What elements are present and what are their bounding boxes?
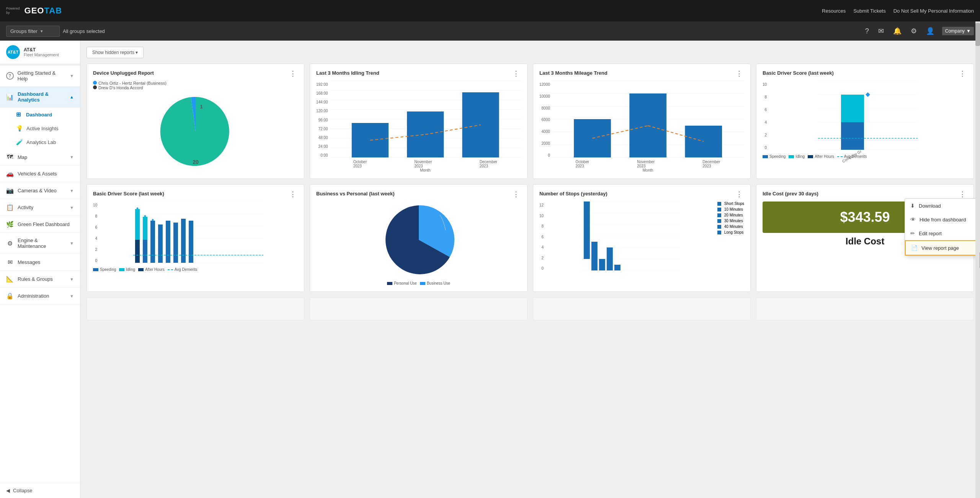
analytics-lab-label: Analytics Lab: [26, 139, 56, 145]
card-title-driver-1: Basic Driver Score (last week): [763, 70, 834, 76]
sidebar-item-messages[interactable]: ✉ Messages: [0, 254, 80, 271]
sidebar-collapse-btn[interactable]: ◀ Collapse: [0, 483, 80, 498]
hide-icon: 👁: [910, 216, 916, 223]
card-menu-idle-cost[interactable]: ⋮: [957, 191, 967, 198]
card-menu-driver-1[interactable]: ⋮: [957, 70, 967, 77]
sidebar: AT&T AT&T Fleet Management ? Getting Sta…: [0, 41, 80, 498]
card-title-idling: Last 3 Months Idling Trend: [316, 70, 379, 76]
svg-rect-24: [629, 93, 666, 157]
card-menu-device-unplugged[interactable]: ⋮: [288, 70, 298, 77]
main-content: Show hidden reports ▾ Device Unplugged R…: [80, 41, 980, 498]
getting-started-label: Getting Started & Help: [18, 70, 66, 82]
att-company-name: AT&T: [24, 47, 59, 52]
svg-rect-52: [166, 221, 170, 263]
card-header-mileage: Last 3 Months Mileage Trend ⋮: [539, 70, 744, 77]
bell-icon-btn[interactable]: 🔔: [892, 25, 903, 37]
company-selector[interactable]: Company ▼: [942, 27, 974, 35]
card-title-mileage: Last 3 Months Mileage Trend: [539, 70, 608, 76]
svg-rect-25: [685, 126, 722, 157]
context-menu-idle-cost: ⬇ Download 👁 Hide from dashboard ✏ Edit …: [905, 198, 977, 256]
pie-legend-device: Chris Ortiz - Hertz Rental (Business) Dr…: [93, 81, 298, 90]
driver-2-legend: Speeding Idling After Hours Avg Demerits: [93, 267, 298, 272]
dashboard-icon: ⊞: [16, 111, 23, 118]
admin-icon: 🔒: [6, 292, 14, 300]
company-caret: ▼: [966, 28, 971, 34]
groups-filter-button[interactable]: Groups filter ▼: [6, 26, 60, 37]
sidebar-sub-item-active-insights[interactable]: 💡 Active Insights: [16, 121, 80, 135]
idling-chart: 192:00168:00144:00120:0096:0072:0048:002…: [316, 81, 521, 172]
user-icon-btn[interactable]: 👤: [924, 25, 936, 37]
green-fleet-label: Green Fleet Dashboard: [18, 221, 70, 227]
sidebar-item-engine[interactable]: ⚙ Engine & Maintenance ▼: [0, 233, 80, 254]
cameras-label: Cameras & Video: [18, 188, 57, 193]
att-logo-icon: AT&T: [6, 45, 20, 59]
show-hidden-reports-btn[interactable]: Show hidden reports ▾: [87, 47, 144, 58]
driver-score-chart-2: 1086420: [93, 201, 298, 264]
svg-rect-53: [173, 223, 178, 263]
sidebar-item-green-fleet[interactable]: 🌿 Green Fleet Dashboard: [0, 216, 80, 233]
mail-icon-btn[interactable]: ✉: [877, 25, 885, 37]
sidebar-sub-item-dashboard[interactable]: ⊞ Dashboard: [16, 108, 80, 121]
sidebar-item-map[interactable]: 🗺 Map ▼: [0, 149, 80, 165]
scrollbar-thumb[interactable]: [975, 23, 980, 46]
help-icon-btn[interactable]: ?: [864, 26, 871, 37]
dashboard-analytics-chevron: ▲: [70, 95, 74, 99]
view-report-icon: 📄: [911, 245, 918, 251]
card-header-driver-1: Basic Driver Score (last week) ⋮: [763, 70, 967, 77]
sidebar-item-rules[interactable]: 📐 Rules & Groups ▼: [0, 271, 80, 288]
svg-rect-49: [143, 217, 147, 240]
sidebar-item-dashboard-analytics[interactable]: 📊 Dashboard & Analytics ▲: [0, 87, 80, 108]
admin-chevron: ▼: [70, 294, 74, 298]
getting-started-icon: ?: [6, 72, 14, 80]
sidebar-sub-item-analytics-lab[interactable]: 🧪 Analytics Lab: [16, 135, 80, 149]
report-card-placeholder-1: [87, 297, 304, 320]
svg-rect-75: [584, 201, 590, 259]
context-hide[interactable]: 👁 Hide from dashboard: [905, 213, 977, 226]
dashboard-label: Dashboard: [26, 112, 52, 118]
rules-icon: 📐: [6, 275, 14, 283]
vehicles-label: Vehicles & Assets: [18, 171, 57, 177]
sidebar-item-activity[interactable]: 📋 Activity ▼: [0, 199, 80, 216]
report-card-placeholder-2: [310, 297, 528, 320]
settings-icon-btn[interactable]: ⚙: [909, 25, 918, 37]
card-header-biz: Business vs Personal (last week) ⋮: [316, 191, 521, 198]
card-menu-driver-2[interactable]: ⋮: [288, 191, 298, 198]
resources-link[interactable]: Resources: [822, 8, 846, 14]
mileage-chart: 120001000080006000400020000: [539, 81, 744, 172]
card-menu-idling[interactable]: ⋮: [511, 70, 521, 77]
svg-rect-47: [135, 240, 140, 263]
context-edit[interactable]: ✏ Edit report: [905, 226, 977, 240]
context-download[interactable]: ⬇ Download: [905, 199, 977, 213]
context-view-report[interactable]: 📄 View report page: [905, 240, 977, 256]
biz-chart: Personal Use Business Use: [316, 201, 521, 285]
svg-rect-50: [150, 221, 155, 263]
rules-label: Rules & Groups: [18, 276, 53, 282]
svg-rect-23: [574, 119, 611, 157]
svg-marker-36: [866, 92, 870, 97]
card-menu-stops[interactable]: ⋮: [734, 191, 744, 198]
sidebar-item-administration[interactable]: 🔒 Administration ▼: [0, 288, 80, 305]
geotab-logo: GEOTAB: [24, 6, 62, 16]
svg-text:1: 1: [200, 104, 203, 110]
report-card-stops: Number of Stops (yesterday) ⋮ 121086420: [533, 184, 751, 292]
idle-cost-amount: $343.59: [840, 209, 890, 225]
do-not-sell-link[interactable]: Do Not Sell My Personal Information: [893, 8, 974, 14]
engine-label: Engine & Maintenance: [18, 238, 66, 249]
sidebar-item-cameras[interactable]: 📷 Cameras & Video ▼: [0, 182, 80, 199]
submit-tickets-link[interactable]: Submit Tickets: [853, 8, 886, 14]
sidebar-item-getting-started[interactable]: ? Getting Started & Help ▼: [0, 66, 80, 87]
sidebar-item-vehicles[interactable]: 🚗 Vehicles & Assets: [0, 165, 80, 182]
card-header-idling: Last 3 Months Idling Trend ⋮: [316, 70, 521, 77]
report-card-placeholder-3: [533, 297, 751, 320]
map-label: Map: [18, 154, 27, 160]
card-menu-mileage[interactable]: ⋮: [734, 70, 744, 77]
secondbar: Groups filter ▼ All groups selected ? ✉ …: [0, 21, 980, 41]
card-title-device-unplugged: Device Unplugged Report: [93, 70, 154, 76]
engine-icon: ⚙: [6, 240, 14, 247]
all-groups-text: All groups selected: [63, 28, 105, 34]
card-menu-biz[interactable]: ⋮: [511, 191, 521, 198]
activity-icon: 📋: [6, 204, 14, 211]
report-card-mileage-trend: Last 3 Months Mileage Trend ⋮ 1200010000…: [533, 64, 751, 179]
dashboard-analytics-label: Dashboard & Analytics: [18, 91, 66, 103]
svg-rect-35: [841, 95, 864, 122]
